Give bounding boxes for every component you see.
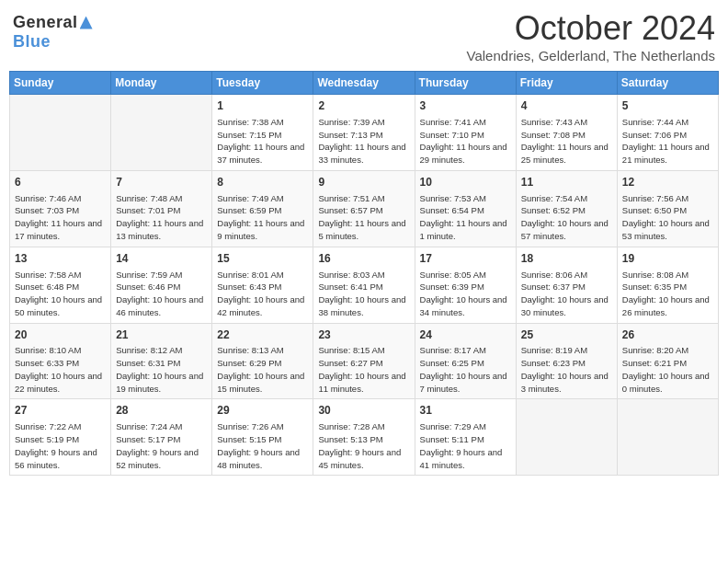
day-cell: 10Sunrise: 7:53 AMSunset: 6:54 PMDayligh… xyxy=(415,170,516,247)
day-info: Sunrise: 7:59 AMSunset: 6:46 PMDaylight:… xyxy=(116,269,207,319)
day-info: Sunrise: 8:19 AMSunset: 6:23 PMDaylight:… xyxy=(521,344,612,395)
day-info: Sunrise: 7:44 AMSunset: 7:06 PMDaylight:… xyxy=(622,116,713,167)
day-number: 19 xyxy=(622,251,713,267)
day-cell: 1Sunrise: 7:38 AMSunset: 7:15 PMDaylight… xyxy=(212,95,313,171)
day-cell xyxy=(10,95,111,171)
week-row-1: 1Sunrise: 7:38 AMSunset: 7:15 PMDaylight… xyxy=(10,95,719,171)
day-cell: 9Sunrise: 7:51 AMSunset: 6:57 PMDaylight… xyxy=(313,170,415,247)
day-cell: 17Sunrise: 8:05 AMSunset: 6:39 PMDayligh… xyxy=(415,247,516,323)
day-info: Sunrise: 7:29 AMSunset: 5:11 PMDaylight:… xyxy=(420,420,511,471)
location-subtitle: Valendries, Gelderland, The Netherlands xyxy=(467,48,715,63)
day-info: Sunrise: 8:13 AMSunset: 6:29 PMDaylight:… xyxy=(217,344,308,395)
day-cell: 5Sunrise: 7:44 AMSunset: 7:06 PMDaylight… xyxy=(617,95,718,171)
calendar-header-row: SundayMondayTuesdayWednesdayThursdayFrid… xyxy=(10,72,719,95)
day-number: 30 xyxy=(318,403,409,419)
day-number: 23 xyxy=(318,327,409,343)
day-info: Sunrise: 7:24 AMSunset: 5:17 PMDaylight:… xyxy=(116,420,207,471)
logo-blue-text: Blue xyxy=(13,32,51,52)
day-info: Sunrise: 7:26 AMSunset: 5:15 PMDaylight:… xyxy=(217,420,308,471)
day-number: 2 xyxy=(318,98,409,114)
day-number: 1 xyxy=(217,98,308,114)
day-number: 18 xyxy=(521,251,612,267)
week-row-5: 27Sunrise: 7:22 AMSunset: 5:19 PMDayligh… xyxy=(10,399,719,476)
day-info: Sunrise: 7:48 AMSunset: 7:01 PMDaylight:… xyxy=(116,192,207,243)
day-header-friday: Friday xyxy=(516,72,617,95)
day-cell: 19Sunrise: 8:08 AMSunset: 6:35 PMDayligh… xyxy=(617,247,718,323)
day-cell: 15Sunrise: 8:01 AMSunset: 6:43 PMDayligh… xyxy=(212,247,313,323)
day-info: Sunrise: 7:22 AMSunset: 5:19 PMDaylight:… xyxy=(15,420,106,471)
day-info: Sunrise: 8:17 AMSunset: 6:25 PMDaylight:… xyxy=(420,344,511,395)
day-number: 20 xyxy=(15,327,106,343)
day-info: Sunrise: 7:58 AMSunset: 6:48 PMDaylight:… xyxy=(15,269,106,319)
day-number: 4 xyxy=(521,98,612,114)
day-cell: 7Sunrise: 7:48 AMSunset: 7:01 PMDaylight… xyxy=(111,170,212,247)
day-number: 24 xyxy=(420,327,511,343)
day-info: Sunrise: 7:49 AMSunset: 6:59 PMDaylight:… xyxy=(217,192,308,243)
day-number: 5 xyxy=(622,98,713,114)
day-info: Sunrise: 8:05 AMSunset: 6:39 PMDaylight:… xyxy=(420,269,511,319)
day-cell: 24Sunrise: 8:17 AMSunset: 6:25 PMDayligh… xyxy=(415,323,516,399)
month-title: October 2024 xyxy=(467,9,715,48)
day-cell: 25Sunrise: 8:19 AMSunset: 6:23 PMDayligh… xyxy=(516,323,617,399)
day-cell: 12Sunrise: 7:56 AMSunset: 6:50 PMDayligh… xyxy=(617,170,718,247)
calendar-table: SundayMondayTuesdayWednesdayThursdayFrid… xyxy=(9,71,719,476)
day-header-thursday: Thursday xyxy=(415,72,516,95)
day-header-wednesday: Wednesday xyxy=(313,72,415,95)
day-cell: 14Sunrise: 7:59 AMSunset: 6:46 PMDayligh… xyxy=(111,247,212,323)
day-number: 22 xyxy=(217,327,308,343)
day-info: Sunrise: 7:51 AMSunset: 6:57 PMDaylight:… xyxy=(318,192,409,243)
day-cell xyxy=(617,399,718,476)
day-header-sunday: Sunday xyxy=(10,72,111,95)
day-number: 26 xyxy=(622,327,713,343)
day-info: Sunrise: 8:12 AMSunset: 6:31 PMDaylight:… xyxy=(116,344,207,395)
day-number: 25 xyxy=(521,327,612,343)
day-cell: 3Sunrise: 7:41 AMSunset: 7:10 PMDaylight… xyxy=(415,95,516,171)
day-cell: 18Sunrise: 8:06 AMSunset: 6:37 PMDayligh… xyxy=(516,247,617,323)
day-number: 31 xyxy=(420,403,511,419)
day-cell: 29Sunrise: 7:26 AMSunset: 5:15 PMDayligh… xyxy=(212,399,313,476)
day-number: 10 xyxy=(420,175,511,190)
day-info: Sunrise: 7:39 AMSunset: 7:13 PMDaylight:… xyxy=(318,116,409,167)
day-info: Sunrise: 7:56 AMSunset: 6:50 PMDaylight:… xyxy=(622,192,713,243)
day-number: 11 xyxy=(521,175,612,190)
day-cell xyxy=(111,95,212,171)
page-header: General Blue October 2024 Valendries, Ge… xyxy=(9,9,719,63)
day-header-monday: Monday xyxy=(111,72,212,95)
day-number: 6 xyxy=(15,175,106,190)
day-info: Sunrise: 8:10 AMSunset: 6:33 PMDaylight:… xyxy=(15,344,106,395)
day-info: Sunrise: 7:28 AMSunset: 5:13 PMDaylight:… xyxy=(318,420,409,471)
day-number: 28 xyxy=(116,403,207,419)
day-number: 16 xyxy=(318,251,409,267)
day-cell: 2Sunrise: 7:39 AMSunset: 7:13 PMDaylight… xyxy=(313,95,415,171)
day-cell: 4Sunrise: 7:43 AMSunset: 7:08 PMDaylight… xyxy=(516,95,617,171)
day-number: 14 xyxy=(116,251,207,267)
day-info: Sunrise: 8:03 AMSunset: 6:41 PMDaylight:… xyxy=(318,269,409,319)
day-number: 3 xyxy=(420,98,511,114)
day-cell: 27Sunrise: 7:22 AMSunset: 5:19 PMDayligh… xyxy=(10,399,111,476)
day-number: 17 xyxy=(420,251,511,267)
day-header-tuesday: Tuesday xyxy=(212,72,313,95)
day-cell: 26Sunrise: 8:20 AMSunset: 6:21 PMDayligh… xyxy=(617,323,718,399)
day-number: 27 xyxy=(15,403,106,419)
day-number: 15 xyxy=(217,251,308,267)
day-cell: 6Sunrise: 7:46 AMSunset: 7:03 PMDaylight… xyxy=(10,170,111,247)
day-info: Sunrise: 7:53 AMSunset: 6:54 PMDaylight:… xyxy=(420,192,511,243)
day-info: Sunrise: 8:08 AMSunset: 6:35 PMDaylight:… xyxy=(622,269,713,319)
day-number: 9 xyxy=(318,175,409,190)
day-cell: 30Sunrise: 7:28 AMSunset: 5:13 PMDayligh… xyxy=(313,399,415,476)
day-number: 21 xyxy=(116,327,207,343)
day-cell: 21Sunrise: 8:12 AMSunset: 6:31 PMDayligh… xyxy=(111,323,212,399)
day-info: Sunrise: 8:06 AMSunset: 6:37 PMDaylight:… xyxy=(521,269,612,319)
day-info: Sunrise: 8:20 AMSunset: 6:21 PMDaylight:… xyxy=(622,344,713,395)
day-info: Sunrise: 7:43 AMSunset: 7:08 PMDaylight:… xyxy=(521,116,612,167)
week-row-4: 20Sunrise: 8:10 AMSunset: 6:33 PMDayligh… xyxy=(10,323,719,399)
day-cell: 16Sunrise: 8:03 AMSunset: 6:41 PMDayligh… xyxy=(313,247,415,323)
logo: General Blue xyxy=(13,13,93,52)
day-info: Sunrise: 8:01 AMSunset: 6:43 PMDaylight:… xyxy=(217,269,308,319)
day-cell: 23Sunrise: 8:15 AMSunset: 6:27 PMDayligh… xyxy=(313,323,415,399)
day-cell: 20Sunrise: 8:10 AMSunset: 6:33 PMDayligh… xyxy=(10,323,111,399)
day-info: Sunrise: 7:38 AMSunset: 7:15 PMDaylight:… xyxy=(217,116,308,167)
day-header-saturday: Saturday xyxy=(617,72,718,95)
day-info: Sunrise: 7:54 AMSunset: 6:52 PMDaylight:… xyxy=(521,192,612,243)
logo-general-text: General xyxy=(13,13,78,32)
